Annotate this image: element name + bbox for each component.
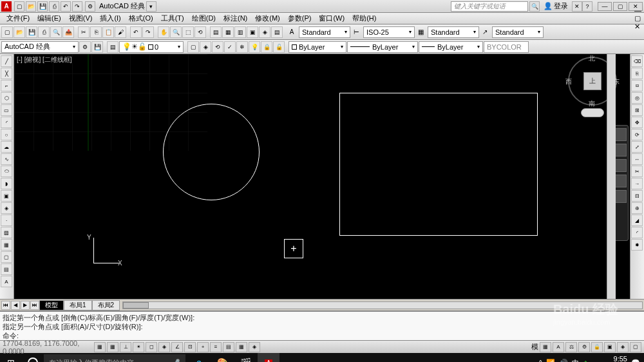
undo-icon[interactable]: ↶ — [61, 1, 71, 12]
model-space-label[interactable]: 模 — [531, 342, 538, 352]
trim-icon[interactable]: ✂ — [631, 166, 643, 177]
tray-notifications-icon[interactable]: 💬 — [631, 359, 640, 363]
scale-icon[interactable]: ⤢ — [631, 141, 643, 153]
menu-window[interactable]: 窗口(W) — [315, 14, 348, 23]
start-button[interactable]: ⊞ — [0, 353, 22, 362]
sc-toggle[interactable]: ◈ — [249, 342, 260, 352]
drawing-canvas[interactable]: [-] [俯视] [二维线框] + Y X 上 北 南 西 东 — [14, 54, 630, 299]
exchange-icon[interactable]: ✕ — [572, 1, 582, 12]
menu-modify[interactable]: 修改(M) — [251, 14, 284, 23]
point-icon[interactable]: · — [1, 214, 12, 226]
layer-off-icon[interactable]: 💡 — [249, 41, 260, 53]
redo-icon[interactable]: ↷ — [72, 1, 82, 12]
ortho-toggle[interactable]: ⊥ — [120, 342, 131, 352]
tab-prev-icon[interactable]: ◀ — [11, 301, 20, 310]
nav-pan-icon[interactable] — [614, 144, 627, 157]
match-icon[interactable]: 🖌 — [115, 26, 126, 38]
workspace-dropdown[interactable]: AutoCAD 经典▾ — [1, 41, 79, 53]
layer-iso-icon[interactable]: ◈ — [200, 41, 211, 53]
help-search-input[interactable]: 键入关键字或短语 — [451, 1, 528, 12]
polar-toggle[interactable]: ✴ — [133, 342, 144, 352]
pline-icon[interactable]: ⌐ — [1, 80, 12, 91]
pan-icon[interactable]: ✋ — [158, 26, 169, 38]
menu-help[interactable]: 帮助(H) — [348, 14, 380, 23]
rotate-icon[interactable]: ⟳ — [631, 129, 643, 140]
lineweight-dropdown[interactable]: ByLayer▾ — [419, 41, 483, 53]
offset-icon[interactable]: ◎ — [631, 92, 643, 104]
ws-switch-icon[interactable]: ⚙ — [578, 342, 590, 352]
layer-props-icon[interactable]: ▤ — [107, 41, 118, 53]
linetype-dropdown[interactable]: ByLayer▾ — [347, 41, 418, 53]
calc-icon[interactable]: ▤ — [271, 26, 283, 38]
markup-icon[interactable]: ◈ — [259, 26, 270, 38]
search-icon[interactable]: 🔍 — [529, 1, 540, 12]
nav-zoom-icon[interactable] — [614, 159, 627, 172]
table-style-dropdown[interactable]: Standard▾ — [428, 26, 479, 38]
help-icon[interactable]: ? — [582, 1, 592, 12]
move-icon[interactable]: ✥ — [631, 117, 643, 128]
coordinates-display[interactable]: 17704.8169, 1176.7000, 0.0000 — [3, 339, 93, 355]
dc-icon[interactable]: ▦ — [222, 26, 234, 38]
app-logo[interactable]: A — [1, 1, 12, 12]
layer-state-icon[interactable]: ▢ — [187, 41, 199, 53]
circle-icon[interactable]: ○ — [1, 129, 12, 140]
copy-icon[interactable]: ⎘ — [90, 26, 102, 38]
props-icon[interactable]: ▤ — [210, 26, 222, 38]
menu-dimension[interactable]: 标注(N) — [220, 14, 251, 23]
ssm-icon[interactable]: ▣ — [247, 26, 258, 38]
break-icon[interactable]: ⊟ — [631, 190, 643, 202]
new-doc-icon[interactable]: ▢ — [1, 26, 13, 38]
zoom-prev-icon[interactable]: ⟲ — [194, 26, 206, 38]
new-icon[interactable]: ▢ — [14, 1, 24, 12]
viewport-label[interactable]: [-] [俯视] [二维线框] — [17, 55, 72, 64]
tray-network-icon[interactable]: 📶 — [546, 359, 555, 363]
ws-dropdown-icon[interactable]: ▾ — [146, 1, 156, 12]
menu-file[interactable]: 文件(F) — [3, 14, 33, 23]
tablestyle-icon[interactable]: ▦ — [415, 27, 426, 37]
tray-security-icon[interactable]: ⬗ — [583, 359, 588, 363]
vertical-scrollbar[interactable] — [607, 54, 616, 299]
menu-draw[interactable]: 绘图(D) — [188, 14, 220, 23]
workspace-icon[interactable]: ⚙ — [85, 1, 95, 12]
rectangle-icon[interactable]: ▭ — [1, 104, 12, 116]
save-icon[interactable]: 💾 — [37, 1, 48, 12]
cortana-button[interactable] — [22, 353, 44, 362]
publish-icon[interactable]: 📤 — [62, 26, 74, 38]
tray-volume-icon[interactable]: 🔊 — [559, 359, 568, 363]
zoom-win-icon[interactable]: ⬚ — [182, 26, 194, 38]
viewcube-top[interactable]: 上 — [583, 72, 601, 90]
mirror-icon[interactable]: ⧈ — [631, 80, 643, 91]
maximize-button[interactable]: ▢ — [613, 2, 627, 11]
nav-orbit-icon[interactable] — [614, 175, 627, 187]
arc-icon[interactable]: ◜ — [1, 117, 12, 128]
autocad-task-icon[interactable]: A — [258, 353, 279, 362]
layer-lock-btn-icon[interactable]: 🔒 — [261, 41, 272, 53]
gradient-icon[interactable]: ▦ — [1, 239, 12, 251]
drawn-rectangle[interactable] — [339, 93, 538, 236]
tab-first-icon[interactable]: ⏮ — [1, 301, 10, 310]
polygon-icon[interactable]: ⬡ — [1, 92, 12, 104]
block-icon[interactable]: ◈ — [1, 202, 12, 214]
quickview-icon[interactable]: ▦ — [540, 342, 551, 352]
doc-close-button[interactable]: ✕ — [634, 23, 641, 31]
hardware-icon[interactable]: ▣ — [604, 342, 616, 352]
revcloud-icon[interactable]: ☁ — [1, 141, 12, 153]
command-window[interactable]: 指定第一个角点或 [倒角(C)/标高(E)/圆角(F)/厚度(T)/宽度(W)]… — [0, 310, 644, 340]
tab-layout1[interactable]: 布局1 — [64, 300, 92, 310]
spline-icon[interactable]: ∿ — [1, 153, 12, 165]
ducs-toggle[interactable]: ⊡ — [184, 342, 196, 352]
ws-settings-icon[interactable]: ⚙ — [79, 41, 91, 53]
menu-tools[interactable]: 工具(T) — [157, 14, 188, 23]
dim-style-dropdown[interactable]: ISO-25▾ — [363, 26, 415, 38]
cut-icon[interactable]: ✂ — [78, 26, 90, 38]
chamfer-icon[interactable]: ◢ — [631, 214, 643, 226]
layer-match-icon[interactable]: ✓ — [224, 41, 236, 53]
menu-edit[interactable]: 编辑(E) — [33, 14, 65, 23]
nav-showmotion-icon[interactable] — [614, 190, 627, 203]
copy-mod-icon[interactable]: ⎘ — [631, 68, 643, 79]
plot-icon[interactable]: ⎙ — [38, 26, 50, 38]
join-icon[interactable]: ⊕ — [631, 202, 643, 214]
explode-icon[interactable]: ✸ — [631, 239, 643, 251]
save-doc-icon[interactable]: 💾 — [26, 26, 37, 38]
open-icon[interactable]: 📂 — [26, 1, 36, 12]
